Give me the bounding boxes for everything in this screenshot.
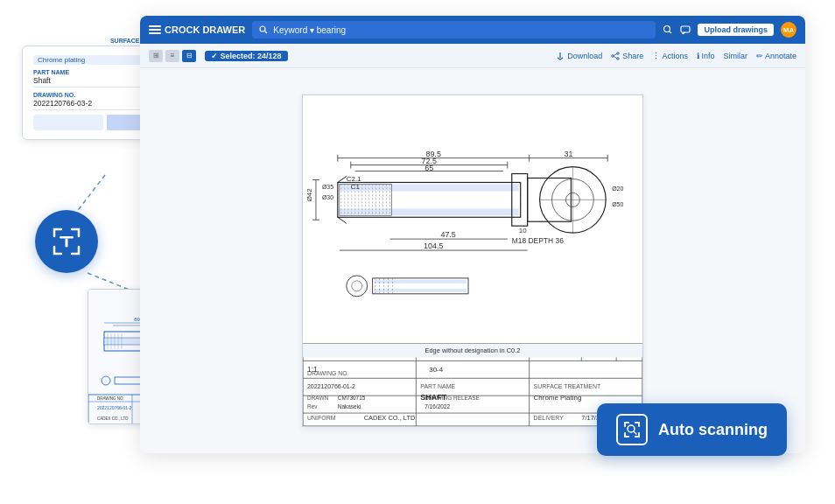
search-value: Keyword ▾ bearing: [273, 25, 346, 35]
view-icons: ⊞ ≡ ⊟: [149, 50, 196, 62]
svg-rect-54: [340, 208, 519, 215]
browser-toolbar[interactable]: CROCK DRAWER Keyword ▾ bearing Upload dr…: [140, 16, 805, 44]
browser-window: CROCK DRAWER Keyword ▾ bearing Upload dr…: [140, 16, 805, 453]
toolbar-actions: Upload drawings MA: [663, 22, 796, 38]
app-logo: CROCK DRAWER: [149, 24, 245, 35]
detail-view-icon[interactable]: ⊟: [182, 50, 196, 62]
svg-text:Ø20: Ø20: [612, 186, 623, 192]
selected-badge: ✓ Selected: 24/128: [205, 51, 288, 61]
browser-content: 89.5 72.5 65 31: [140, 68, 805, 453]
svg-rect-53: [340, 184, 519, 191]
svg-text:DRAWN: DRAWN: [307, 395, 328, 401]
actions-action[interactable]: ⋮ Actions: [652, 52, 688, 60]
upload-btn[interactable]: Upload drawings: [698, 24, 774, 36]
svg-text:Rev: Rev: [307, 403, 318, 410]
svg-text:65: 65: [425, 164, 433, 172]
search-icon: [259, 25, 268, 34]
svg-text:Ø30: Ø30: [322, 194, 333, 200]
svg-point-41: [260, 26, 265, 32]
svg-line-44: [670, 32, 672, 34]
auto-scan-label: Auto scanning: [658, 421, 768, 439]
share-action[interactable]: Share: [611, 52, 643, 60]
svg-rect-51: [303, 95, 642, 426]
browser-toolbar2: ⊞ ≡ ⊟ ✓ Selected: 24/128 Download Share …: [140, 44, 805, 68]
annotate-action[interactable]: ✏ Annotate: [756, 52, 796, 60]
blueprint-frame: 89.5 72.5 65 31: [302, 94, 643, 427]
svg-line-50: [614, 56, 617, 58]
download-action[interactable]: Download: [556, 52, 602, 60]
search-bar[interactable]: Keyword ▾ bearing: [252, 21, 656, 38]
svg-text:30-4: 30-4: [429, 366, 443, 374]
svg-text:Nakaseki: Nakaseki: [338, 403, 361, 410]
info-action[interactable]: ℹ Info: [697, 52, 715, 60]
svg-text:Ø50: Ø50: [612, 201, 623, 207]
svg-rect-45: [681, 26, 690, 32]
svg-text:Ø42: Ø42: [305, 188, 313, 202]
svg-text:M18 DEPTH 36: M18 DEPTH 36: [512, 236, 564, 245]
svg-text:10: 10: [519, 227, 527, 234]
list-view-icon[interactable]: ≡: [165, 50, 179, 62]
svg-line-2: [88, 273, 131, 290]
svg-point-43: [664, 26, 670, 32]
svg-text:PART NAME: PART NAME: [420, 383, 455, 389]
svg-text:47.5: 47.5: [440, 230, 455, 239]
download-icon: [556, 52, 565, 60]
svg-text:SHAFT: SHAFT: [420, 393, 446, 402]
svg-text:SURFACE TREATMENT: SURFACE TREATMENT: [534, 383, 601, 389]
grid-view-icon[interactable]: ⊞: [149, 50, 163, 62]
svg-text:2022120766-01-2: 2022120766-01-2: [307, 383, 355, 389]
search-icon-2[interactable]: [663, 24, 673, 35]
lang-badge: MA: [781, 22, 796, 38]
drawing-area: 89.5 72.5 65 31: [140, 68, 805, 453]
svg-text:CADEX CO., LTD: CADEX CO., LTD: [97, 416, 129, 421]
svg-rect-10: [66, 239, 68, 248]
message-icon[interactable]: [680, 24, 691, 35]
svg-text:CADEX CO., LTD: CADEX CO., LTD: [364, 414, 416, 422]
svg-text:Edge without designation in C0: Edge without designation in C0.2: [425, 346, 521, 354]
svg-line-151: [634, 431, 636, 434]
svg-text:UNIFORM: UNIFORM: [307, 415, 336, 421]
svg-text:104.5: 104.5: [424, 242, 443, 250]
svg-text:31: 31: [564, 150, 572, 158]
svg-text:7/16/2022: 7/16/2022: [425, 403, 450, 410]
scan-search-icon: [622, 420, 642, 439]
auto-scan-icon: [616, 414, 648, 445]
app-title: CROCK DRAWER: [165, 24, 245, 35]
hamburger-icon[interactable]: [149, 25, 161, 34]
toolbar2-actions: Download Share ⋮ Actions ℹ Info Similar …: [556, 52, 796, 60]
svg-text:C2.1: C2.1: [347, 175, 361, 183]
svg-text:DELIVERY: DELIVERY: [534, 415, 565, 421]
similar-action[interactable]: Similar: [723, 52, 747, 60]
svg-text:C1: C1: [351, 183, 361, 191]
svg-rect-9: [60, 236, 74, 239]
svg-text:CM730715: CM730715: [338, 395, 366, 401]
share-icon: [611, 52, 620, 60]
svg-text:Ø35: Ø35: [322, 184, 333, 190]
auto-scan-badge: Auto scanning: [597, 403, 787, 456]
svg-text:DRAWING NO.: DRAWING NO.: [307, 370, 349, 376]
svg-text:DRAWING NO.: DRAWING NO.: [97, 396, 124, 401]
svg-text:Chrome Plating: Chrome Plating: [534, 394, 582, 402]
svg-line-42: [265, 32, 268, 34]
svg-text:2022120766-01-2: 2022120766-01-2: [97, 405, 132, 410]
text-analysis-icon: [35, 210, 98, 273]
svg-line-49: [614, 53, 617, 55]
